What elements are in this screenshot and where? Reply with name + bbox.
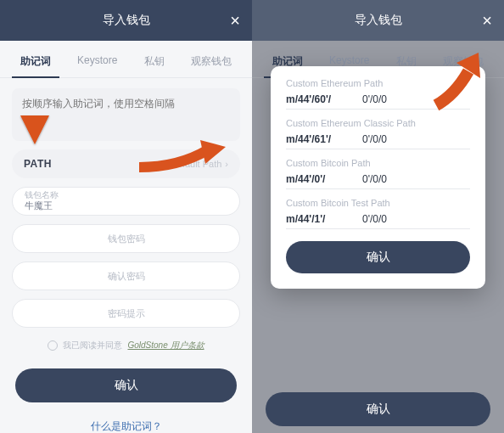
confirm-button[interactable]: 确认: [15, 368, 237, 402]
path-modal: Custom Ethereum Path m/44'/60'/ 0'/0/0 C…: [271, 66, 485, 289]
terms-prefix: 我已阅读并同意: [63, 340, 122, 351]
path-group-bitcoin-test: Custom Bitcoin Test Path m/44'/1'/ 0'/0/…: [286, 198, 470, 229]
form-body: PATH Default Path › 钱包名称 牛魔王 钱包密码 确认密码 密…: [0, 78, 252, 433]
password-hint-field[interactable]: 密码提示: [12, 299, 240, 328]
path-default: Default Path ›: [171, 159, 228, 169]
header-title: 导入钱包: [355, 13, 402, 28]
terms-row: 我已阅读并同意 GoldStone 用户条款: [12, 340, 240, 351]
path-suffix: 0'/0/0: [362, 213, 470, 225]
confirm-password-field[interactable]: 确认密码: [12, 261, 240, 290]
password-hint-label: 密码提示: [108, 309, 145, 318]
path-group-title: Custom Bitcoin Test Path: [286, 198, 470, 208]
tab-bar: 助记词 Keystore 私钥 观察钱包: [0, 41, 252, 78]
tab-mnemonic[interactable]: 助记词: [17, 49, 54, 77]
path-selector[interactable]: PATH Default Path ›: [12, 149, 240, 178]
path-label: PATH: [24, 158, 52, 170]
path-suffix: 0'/0/0: [362, 133, 470, 145]
modal-confirm-button[interactable]: 确认: [286, 241, 470, 273]
wallet-password-field[interactable]: 钱包密码: [12, 224, 240, 253]
help-link[interactable]: 什么是助记词？: [12, 419, 240, 433]
mnemonic-input[interactable]: [12, 88, 240, 141]
path-row-input[interactable]: m/44'/60'/ 0'/0/0: [286, 93, 470, 110]
path-prefix: m/44'/60'/: [286, 93, 349, 105]
close-icon[interactable]: ×: [482, 11, 492, 31]
path-prefix: m/44'/1'/: [286, 213, 349, 225]
wallet-password-label: 钱包密码: [108, 234, 145, 244]
terms-link[interactable]: GoldStone 用户条款: [127, 340, 204, 351]
confirm-password-label: 确认密码: [108, 272, 145, 281]
path-group-title: Custom Ethereum Classic Path: [286, 118, 470, 128]
path-row-input[interactable]: m/44'/61'/ 0'/0/0: [286, 133, 470, 149]
header: 导入钱包 ×: [0, 0, 252, 41]
confirm-button-dim: 确认: [266, 392, 490, 426]
right-screen: 导入钱包 × 助记词 Keystore 私钥 观察钱包 确认 什么是助记词？ C…: [252, 0, 504, 433]
wallet-name-value: 牛魔王: [25, 200, 227, 211]
path-prefix: m/44'/0'/: [286, 173, 349, 185]
chevron-right-icon: ›: [225, 159, 228, 169]
path-suffix: 0'/0/0: [362, 173, 470, 185]
tab-privatekey[interactable]: 私钥: [141, 49, 168, 77]
path-suffix: 0'/0/0: [362, 93, 470, 105]
path-row-input[interactable]: m/44'/0'/ 0'/0/0: [286, 173, 470, 189]
path-group-bitcoin: Custom Bitcoin Path m/44'/0'/ 0'/0/0: [286, 158, 470, 189]
path-group-ethereum: Custom Ethereum Path m/44'/60'/ 0'/0/0: [286, 78, 470, 110]
path-row-input[interactable]: m/44'/1'/ 0'/0/0: [286, 213, 470, 229]
path-group-title: Custom Bitcoin Path: [286, 158, 470, 168]
path-group-etc: Custom Ethereum Classic Path m/44'/61'/ …: [286, 118, 470, 149]
terms-checkbox[interactable]: [48, 340, 58, 351]
tab-watch[interactable]: 观察钱包: [188, 49, 235, 77]
header-title: 导入钱包: [103, 13, 150, 28]
left-screen: 导入钱包 × 助记词 Keystore 私钥 观察钱包 PATH Default…: [0, 0, 252, 433]
path-group-title: Custom Ethereum Path: [286, 78, 470, 88]
wallet-name-label: 钱包名称: [25, 191, 227, 200]
tab-keystore[interactable]: Keystore: [74, 49, 120, 77]
path-prefix: m/44'/61'/: [286, 133, 349, 145]
header: 导入钱包 ×: [252, 0, 504, 41]
wallet-name-field[interactable]: 钱包名称 牛魔王: [12, 187, 240, 216]
close-icon[interactable]: ×: [230, 11, 240, 31]
